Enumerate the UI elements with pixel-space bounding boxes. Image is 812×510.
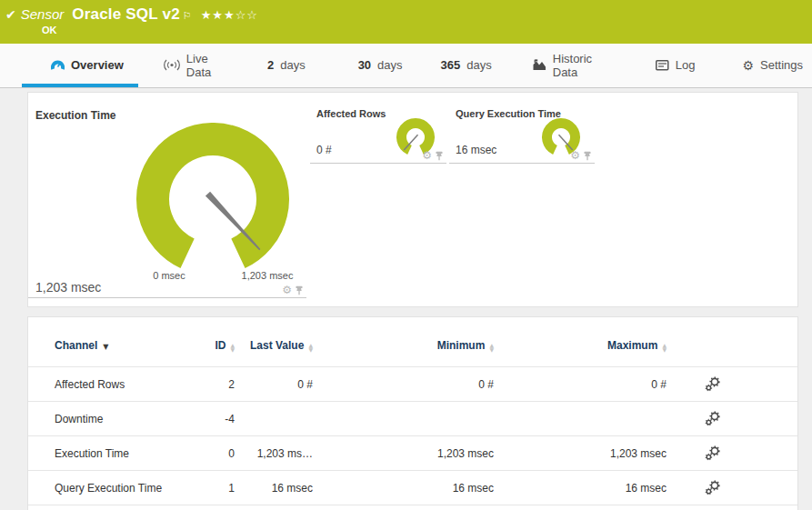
gear-icon: ⚙ [742,59,754,72]
gauge-card-execution-time: Execution Time 0 msec 1,203 msec 1,203 m… [28,100,306,298]
tab-historic-data[interactable]: Historic Data [533,44,612,87]
gauge-card-query-execution-time: Query Execution Time 16 msec ⚙ [449,100,595,164]
gauge-settings-gear-icon[interactable]: ⚙ [282,285,292,295]
execution-time-gauge [135,123,291,270]
tab-live-data[interactable]: Live Data [164,44,229,87]
column-header-minimum[interactable]: Minimum▲▼ [313,330,494,367]
table-row[interactable]: Downtime -4 [28,402,797,436]
page-title: Oracle SQL v2 [72,5,180,24]
channel-minimum: 0 # [313,367,494,402]
gauge-scale-max: 1,203 msec [228,270,306,281]
column-header-channel-label: Channel [55,339,97,352]
column-header-maximum-label: Maximum [607,339,657,352]
tab-365-days-number: 365 [441,58,461,72]
gauge-title: Affected Rows [316,108,386,119]
column-header-id[interactable]: ID▲▼ [183,330,235,367]
tab-log[interactable]: Log [656,44,696,87]
priority-flag-icon[interactable]: ⚐ [183,10,192,22]
broadcast-icon [164,59,180,71]
stars-filled: ★★★ [201,8,236,22]
column-header-last-value-label: Last Value [250,339,304,352]
tab-2-days-number: 2 [267,58,274,72]
channel-minimum [313,402,494,436]
channels-table: Channel▼ ID▲▼ Last Value▲▼ Minimum▲▼ Max… [28,330,797,505]
area-chart-icon [533,59,546,71]
tab-30-days-number: 30 [358,58,371,72]
channel-minimum: 16 msec [313,471,494,505]
gauge-value: 1,203 msec [35,280,101,295]
sort-icon: ▲▼ [489,343,494,352]
tab-overview[interactable]: Overview [22,44,138,87]
gauge-title: Execution Time [35,109,115,122]
tab-log-label: Log [676,58,696,72]
sort-icon: ▲▼ [230,343,235,352]
gauge-value: 16 msec [456,144,496,156]
pin-icon[interactable] [295,285,304,295]
sort-descending-icon: ▼ [103,343,108,351]
sensor-status-bar: ✔ Sensor Oracle SQL v2 ⚐ ★★★☆☆ OK [0,0,812,44]
channel-id: 0 [183,436,235,471]
gauge-value: 0 # [316,144,332,156]
check-icon: ✔ [5,6,16,23]
tab-settings[interactable]: ⚙ Settings [742,44,812,87]
column-header-channel[interactable]: Channel▼ [28,330,183,367]
channel-settings-gears-icon[interactable] [705,480,720,495]
sort-icon: ▲▼ [308,343,313,352]
channel-last-value: 1,203 ms… [235,436,313,471]
channel-id: -4 [183,402,235,436]
tab-30-days-unit: days [377,58,402,72]
channel-settings-gears-icon[interactable] [705,445,720,461]
priority-stars[interactable]: ★★★☆☆ [201,8,258,22]
channel-minimum: 1,203 msec [313,436,494,471]
gauges-panel: Execution Time 0 msec 1,203 msec 1,203 m… [27,92,798,307]
channel-id: 2 [183,367,235,402]
object-kind-label: Sensor [21,6,65,22]
channel-settings-gears-icon[interactable] [705,376,720,392]
column-header-maximum[interactable]: Maximum▲▼ [494,330,667,367]
channel-name[interactable]: Query Execution Time [28,471,183,505]
channel-name[interactable]: Execution Time [28,436,183,471]
tab-2-days[interactable]: 2 days [267,44,306,87]
gauge-settings-gear-icon[interactable]: ⚙ [422,150,432,161]
channel-last-value: 0 # [235,367,313,402]
tab-2-days-unit: days [280,58,305,72]
tab-live-data-label: Live Data [186,52,229,79]
channels-table-body: Affected Rows 2 0 # 0 # 0 # Downtime -4 [28,367,797,505]
gauge-scale-min: 0 msec [137,270,201,281]
channels-panel: Channel▼ ID▲▼ Last Value▲▼ Minimum▲▼ Max… [27,316,798,510]
pin-icon[interactable] [583,151,592,161]
tab-settings-label: Settings [760,58,803,72]
tab-30-days[interactable]: 30 days [358,44,403,87]
channel-maximum: 16 msec [494,471,667,505]
channel-maximum [494,402,667,436]
stars-empty: ☆☆ [236,8,258,22]
tab-365-days[interactable]: 365 days [441,44,492,87]
channel-name[interactable]: Affected Rows [28,367,183,402]
status-badge: OK [42,25,57,35]
sort-icon: ▲▼ [662,343,667,352]
table-row[interactable]: Affected Rows 2 0 # 0 # 0 # [28,367,797,402]
channel-name[interactable]: Downtime [28,402,183,436]
log-list-icon [656,60,669,71]
column-header-id-label: ID [215,339,226,352]
gauge-card-affected-rows: Affected Rows 0 # ⚙ [310,100,446,164]
channel-id: 1 [183,471,235,505]
table-row[interactable]: Execution Time 0 1,203 ms… 1,203 msec 1,… [28,436,797,471]
tab-historic-data-label: Historic Data [553,52,612,79]
channel-maximum: 1,203 msec [494,436,667,471]
table-row[interactable]: Query Execution Time 1 16 msec 16 msec 1… [28,471,797,505]
pin-icon[interactable] [435,151,444,161]
channel-maximum: 0 # [494,367,667,402]
tab-365-days-unit: days [466,58,491,72]
tab-bar: Overview Live Data 2 days 30 days 365 da… [0,44,812,88]
channel-last-value [235,402,313,436]
column-header-last-value[interactable]: Last Value▲▼ [235,330,313,367]
gauge-icon [51,59,65,71]
tab-overview-label: Overview [71,58,124,72]
column-header-minimum-label: Minimum [437,339,486,352]
channel-settings-gears-icon[interactable] [705,411,720,426]
channel-last-value: 16 msec [235,471,313,505]
column-header-actions [667,330,797,367]
gauge-settings-gear-icon[interactable]: ⚙ [570,150,580,161]
